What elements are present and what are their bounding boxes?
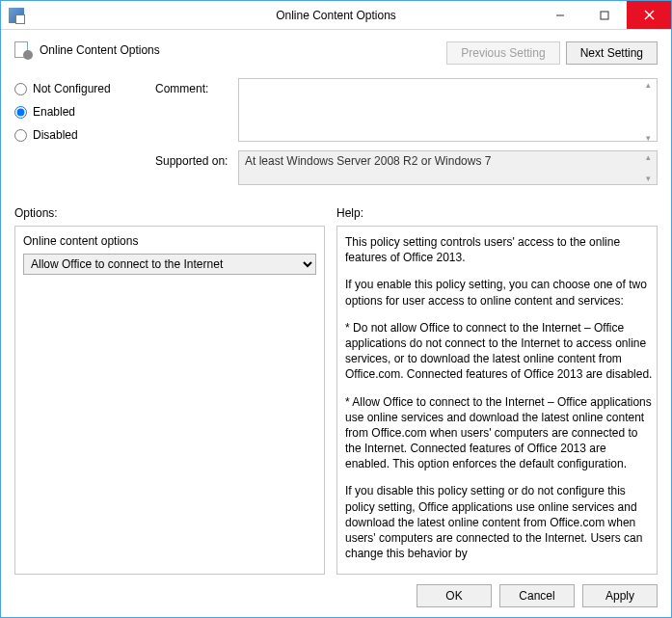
radio-enabled-label: Enabled xyxy=(33,105,75,119)
next-setting-button[interactable]: Next Setting xyxy=(566,41,658,65)
help-text: If you disable this policy setting or do… xyxy=(345,483,653,561)
supported-on-value: At least Windows Server 2008 R2 or Windo… xyxy=(245,154,491,168)
online-content-select[interactable]: Allow Office to connect to the Internet xyxy=(23,254,316,275)
radio-disabled-input[interactable] xyxy=(14,129,27,142)
policy-icon xyxy=(14,41,32,59)
radio-not-configured-input[interactable] xyxy=(14,83,27,95)
help-panel[interactable]: This policy setting controls users' acce… xyxy=(336,226,658,575)
help-section-label: Help: xyxy=(336,206,363,220)
radio-disabled[interactable]: Disabled xyxy=(14,128,149,142)
radio-enabled[interactable]: Enabled xyxy=(14,105,149,119)
help-text: This policy setting controls users' acce… xyxy=(345,234,653,265)
options-section-label: Options: xyxy=(14,206,325,220)
page-title: Online Content Options xyxy=(40,43,160,57)
cancel-button[interactable]: Cancel xyxy=(499,584,575,607)
options-group-label: Online content options xyxy=(23,234,316,248)
title-bar[interactable]: Online Content Options xyxy=(1,1,671,30)
apply-button[interactable]: Apply xyxy=(582,584,658,607)
previous-setting-button[interactable]: Previous Setting xyxy=(446,41,559,65)
ok-button[interactable]: OK xyxy=(417,584,492,607)
help-text: * Allow Office to connect to the Interne… xyxy=(345,394,653,472)
options-panel: Online content options Allow Office to c… xyxy=(14,226,325,575)
supported-label: Supported on: xyxy=(155,150,232,168)
window-title: Online Content Options xyxy=(1,9,671,22)
help-text: If you enable this policy setting, you c… xyxy=(345,277,653,308)
supported-on-box: At least Windows Server 2008 R2 or Windo… xyxy=(238,150,658,185)
radio-not-configured[interactable]: Not Configured xyxy=(14,82,149,95)
radio-enabled-input[interactable] xyxy=(14,106,27,119)
comment-label: Comment: xyxy=(155,78,232,95)
radio-disabled-label: Disabled xyxy=(33,128,78,142)
radio-not-configured-label: Not Configured xyxy=(33,82,111,95)
help-text: * Do not allow Office to connect to the … xyxy=(345,320,653,383)
comment-textarea[interactable] xyxy=(238,78,658,142)
